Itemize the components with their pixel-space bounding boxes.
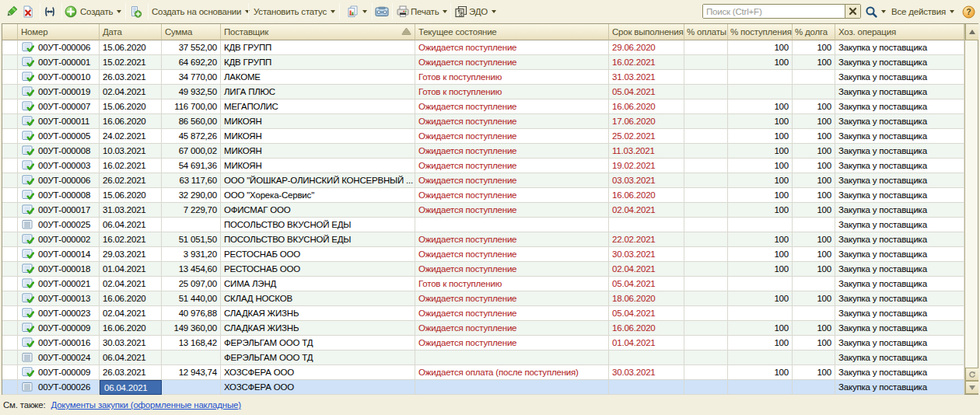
row-margin-cell[interactable]	[2, 55, 18, 70]
cell-supplier[interactable]: ПОСОЛЬСТВО ВКУСНОЙ ЕДЫ	[221, 218, 415, 232]
cell-operation[interactable]: Закупка у поставщика	[835, 40, 964, 55]
cell-pay[interactable]	[684, 262, 728, 277]
cell-sum[interactable]: 51 051,50	[162, 232, 221, 247]
cell-debt[interactable]: 100	[793, 262, 835, 277]
cell-number[interactable]: 00УТ-000005	[18, 129, 100, 144]
cell-number[interactable]: 00УТ-000014	[18, 247, 100, 262]
cell-operation[interactable]: Закупка у поставщика	[835, 365, 964, 380]
cell-debt[interactable]: 100	[793, 99, 835, 114]
cell-due[interactable]: 19.02.2021	[609, 159, 684, 173]
cell-receipt[interactable]: 100	[728, 173, 793, 188]
row-margin-cell[interactable]	[2, 70, 18, 85]
cell-receipt[interactable]: 100	[728, 40, 793, 55]
row-margin-cell[interactable]	[2, 232, 18, 247]
cell-number[interactable]: 00УТ-000026	[18, 380, 100, 395]
header-number[interactable]: Номер	[18, 24, 100, 40]
table-row[interactable]: 00УТ-00002406.04.2021ФЕРЭЛЬГАМ ООО ТДЗак…	[2, 350, 964, 365]
cell-state[interactable]	[415, 380, 609, 395]
table-row[interactable]: 00УТ-00001630.03.202113 168,42ФЕРЭЛЬГАМ …	[2, 336, 964, 350]
cell-pay[interactable]	[684, 114, 728, 129]
cell-sum[interactable]: 149 360,00	[162, 321, 221, 336]
help-button[interactable]: ?	[962, 5, 975, 18]
cell-receipt[interactable]: 100	[728, 188, 793, 203]
cell-pay[interactable]	[684, 40, 728, 55]
cell-sum[interactable]: 34 770,00	[162, 70, 221, 85]
cell-supplier[interactable]: СИМА ЛЭНД	[221, 277, 415, 291]
cell-supplier[interactable]: СЛАДКАЯ ЖИЗНЬ	[221, 306, 415, 321]
cell-operation[interactable]: Закупка у поставщика	[835, 350, 964, 365]
cell-sum[interactable]	[162, 218, 221, 232]
cell-sum[interactable]: 40 976,88	[162, 306, 221, 321]
cell-due[interactable]: 31.03.2021	[609, 70, 684, 85]
table-row[interactable]: 00УТ-00000916.06.2020149 360,00СЛАДКАЯ Ж…	[2, 321, 964, 336]
cell-date[interactable]: 26.03.2021	[100, 70, 162, 85]
table-row[interactable]: 00УТ-00001429.03.20213 931,20РЕСТОСНАБ О…	[2, 247, 964, 262]
search-button[interactable]	[865, 0, 886, 23]
table-row[interactable]: 00УТ-00002606.04.2021ХОЗСФЕРА ОООЗакупка…	[2, 380, 964, 395]
cell-receipt[interactable]	[728, 277, 793, 291]
cell-state[interactable]: Ожидается поступление	[415, 291, 609, 306]
cell-sum[interactable]: 49 932,50	[162, 85, 221, 99]
cell-supplier[interactable]: РЕСТОСНАБ ООО	[221, 262, 415, 277]
row-margin-cell[interactable]	[2, 291, 18, 306]
cell-supplier[interactable]: РЕСТОСНАБ ООО	[221, 247, 415, 262]
table-row[interactable]: 00УТ-00000810.03.202167 000,02МИКОЯНОжид…	[2, 144, 964, 159]
cell-state[interactable]: Ожидается поступление	[415, 188, 609, 203]
cell-due[interactable]: 16.06.2020	[609, 99, 684, 114]
cell-operation[interactable]: Закупка у поставщика	[835, 159, 964, 173]
cell-due[interactable]	[609, 380, 684, 395]
all-actions-button[interactable]: Все действия	[891, 0, 954, 23]
cell-due[interactable]: 16.06.2020	[609, 188, 684, 203]
cell-date[interactable]: 02.04.2021	[100, 277, 162, 291]
cell-due[interactable]	[609, 350, 684, 365]
cell-pay[interactable]	[684, 350, 728, 365]
create-button[interactable]: Создать	[65, 0, 121, 23]
cell-number[interactable]: 00УТ-000011	[18, 114, 100, 129]
cell-sum[interactable]: 32 290,00	[162, 188, 221, 203]
cell-state[interactable]	[415, 218, 609, 232]
table-row[interactable]: 00УТ-00000615.06.202037 552,00КДВ ГРУППО…	[2, 40, 964, 55]
cell-date[interactable]: 01.04.2021	[100, 262, 162, 277]
scroll-refresh-button[interactable]	[965, 368, 978, 381]
cell-debt[interactable]	[793, 380, 835, 395]
cell-number[interactable]: 00УТ-000021	[18, 277, 100, 291]
cell-pay[interactable]	[684, 380, 728, 395]
cell-state[interactable]: Ожидается оплата (после поступления)	[415, 365, 609, 380]
cell-date[interactable]: 16.02.2021	[100, 232, 162, 247]
cell-number[interactable]: 00УТ-000024	[18, 350, 100, 365]
cell-supplier[interactable]: ХОЗСФЕРА ООО	[221, 380, 415, 395]
cell-operation[interactable]: Закупка у поставщика	[835, 291, 964, 306]
cell-operation[interactable]: Закупка у поставщика	[835, 336, 964, 350]
mark-deletion-button[interactable]	[22, 0, 34, 23]
cell-number[interactable]: 00УТ-000019	[18, 85, 100, 99]
row-margin-cell[interactable]	[2, 262, 18, 277]
cell-pay[interactable]	[684, 129, 728, 144]
scroll-down-button[interactable]	[965, 381, 978, 394]
cell-state[interactable]: Ожидается поступление	[415, 114, 609, 129]
cell-supplier[interactable]: ФЕРЭЛЬГАМ ООО ТД	[221, 350, 415, 365]
cell-state[interactable]: Ожидается поступление	[415, 262, 609, 277]
cell-due[interactable]: 18.06.2020	[609, 291, 684, 306]
cell-receipt[interactable]: 100	[728, 159, 793, 173]
cell-number[interactable]: 00УТ-000008	[18, 188, 100, 203]
cell-state[interactable]: Ожидается поступление	[415, 99, 609, 114]
cell-debt[interactable]: 100	[793, 365, 835, 380]
cell-due[interactable]	[609, 218, 684, 232]
cell-supplier[interactable]: ЛАКОМЕ	[221, 70, 415, 85]
cell-number[interactable]: 00УТ-000006	[18, 40, 100, 55]
table-row[interactable]: 00УТ-00000524.02.202145 872,26МИКОЯНОжид…	[2, 129, 964, 144]
cell-debt[interactable]	[793, 85, 835, 99]
row-margin-cell[interactable]	[2, 40, 18, 55]
cell-sum[interactable]: 64 692,20	[162, 55, 221, 70]
print-button[interactable]: Печать	[396, 0, 447, 23]
cell-debt[interactable]: 100	[793, 321, 835, 336]
cell-sum[interactable]: 3 931,20	[162, 247, 221, 262]
table-row[interactable]: 00УТ-00000316.02.202154 691,36МИКОЯНОжид…	[2, 159, 964, 173]
cell-debt[interactable]: 100	[793, 129, 835, 144]
cell-pay[interactable]	[684, 144, 728, 159]
cell-date[interactable]: 10.03.2021	[100, 144, 162, 159]
cell-supplier[interactable]: ЛИГА ПЛЮС	[221, 85, 415, 99]
cell-operation[interactable]: Закупка у поставщика	[835, 70, 964, 85]
row-margin-cell[interactable]	[2, 85, 18, 99]
cell-number[interactable]: 00УТ-000025	[18, 218, 100, 232]
